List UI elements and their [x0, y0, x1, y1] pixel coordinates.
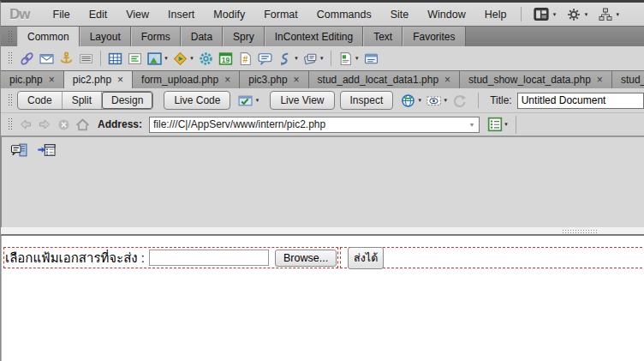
- menu-edit[interactable]: Edit: [80, 5, 117, 24]
- date-icon[interactable]: 19: [216, 49, 236, 68]
- split-view-button[interactable]: Split: [63, 92, 102, 109]
- goto-table-marker-icon[interactable]: [38, 142, 57, 158]
- stop-icon[interactable]: [55, 116, 72, 133]
- browse-button[interactable]: Browse...: [275, 250, 337, 267]
- doc-tab-label: pic.php: [9, 74, 43, 86]
- forward-icon[interactable]: [36, 116, 53, 133]
- refresh-icon[interactable]: [450, 91, 469, 110]
- insert-script-button[interactable]: ▼: [275, 49, 299, 68]
- chevron-down-icon: ▼: [189, 56, 194, 61]
- close-icon[interactable]: ×: [49, 75, 55, 85]
- insert-tab-layout[interactable]: Layout: [80, 27, 131, 46]
- toolbar-grip[interactable]: [8, 93, 13, 107]
- file-upload-input[interactable]: [149, 250, 269, 266]
- file-upload-label: เลือกแฟ้มเอกสารที่จะส่ง :: [5, 248, 145, 268]
- document-title-input[interactable]: [517, 93, 644, 109]
- chevron-down-icon: ▼: [164, 56, 169, 61]
- insert-tab-incontext-editing[interactable]: InContext Editing: [265, 27, 363, 46]
- address-input[interactable]: [150, 118, 465, 130]
- svg-text:#: #: [242, 53, 247, 63]
- insert-tab-forms[interactable]: Forms: [131, 27, 181, 46]
- insert-image-button[interactable]: ▼: [145, 49, 169, 68]
- menu-insert[interactable]: Insert: [158, 5, 204, 24]
- live-code-button[interactable]: Live Code: [164, 91, 230, 110]
- menu-commands[interactable]: Commands: [307, 5, 381, 24]
- visual-aids-button[interactable]: ▼: [424, 91, 448, 110]
- comment-icon[interactable]: [255, 49, 275, 68]
- design-view-button[interactable]: Design: [102, 92, 152, 109]
- templates-button[interactable]: ▼: [301, 49, 325, 68]
- insert-tab-spry[interactable]: Spry: [223, 27, 265, 46]
- insert-toolbar: ▼ ▼ 19 # ▼ ▼: [1, 46, 644, 70]
- menu-window[interactable]: Window: [418, 5, 474, 24]
- form-outline: [340, 247, 644, 268]
- check-browser-compatibility-button[interactable]: ▼: [236, 91, 259, 110]
- menu-view[interactable]: View: [116, 5, 158, 24]
- dreamweaver-logo: Dw: [9, 6, 30, 23]
- menu-help[interactable]: Help: [475, 5, 516, 24]
- email-link-icon[interactable]: [37, 49, 57, 68]
- insert-table-icon[interactable]: [105, 49, 125, 68]
- chevron-down-icon: ▼: [583, 12, 588, 17]
- site-tree-icon: [599, 8, 612, 21]
- widget-icon[interactable]: [196, 49, 216, 68]
- doc-tab-stud-show-locat-data-php[interactable]: stud_show_locat_data.php ×: [460, 71, 612, 88]
- toolbar-grip[interactable]: [8, 51, 13, 65]
- horizontal-rule-icon[interactable]: [76, 49, 96, 68]
- menu-separator: [521, 7, 522, 21]
- live-view-button[interactable]: Live View: [270, 91, 334, 110]
- tag-chooser-button[interactable]: ▼: [336, 49, 360, 68]
- close-icon[interactable]: ×: [597, 75, 603, 85]
- menu-format[interactable]: Format: [254, 5, 307, 24]
- close-icon[interactable]: ×: [117, 75, 123, 85]
- doc-tab-form-upload-php[interactable]: form_upload.php ×: [133, 71, 240, 88]
- doc-tab-pic2-php[interactable]: pic2.php ×: [64, 71, 133, 88]
- window-object-icon[interactable]: [361, 49, 381, 68]
- doc-tab-stud-add-locat-data1-php[interactable]: stud_add_locat_data1.php ×: [309, 71, 460, 88]
- workspace-layout-button[interactable]: ▼: [528, 6, 562, 22]
- splitter-grip-icon[interactable]: [562, 229, 598, 233]
- layout-icon: [534, 8, 549, 21]
- insert-tab-common[interactable]: Common: [17, 27, 80, 46]
- script-page-marker-icon[interactable]: [10, 142, 29, 158]
- menu-modify[interactable]: Modify: [204, 5, 254, 24]
- extend-dreamweaver-button[interactable]: ▼: [562, 6, 593, 23]
- insert-tab-data[interactable]: Data: [181, 27, 223, 46]
- submit-button[interactable]: ส่งได้: [348, 247, 384, 269]
- inspect-button[interactable]: Inspect: [340, 91, 394, 110]
- doc-tab-pic-php[interactable]: pic.php ×: [1, 71, 64, 88]
- back-icon[interactable]: [17, 116, 34, 133]
- insert-media-button[interactable]: ▼: [170, 49, 194, 68]
- code-view-button[interactable]: Code: [18, 92, 63, 109]
- preview-in-browser-button[interactable]: ▼: [398, 91, 422, 110]
- address-field: ▼: [149, 117, 480, 133]
- home-icon[interactable]: [74, 116, 91, 133]
- pane-splitter[interactable]: [1, 227, 644, 236]
- doc-tab-label: pic3.php: [248, 74, 287, 86]
- menu-file[interactable]: File: [44, 5, 80, 24]
- doc-tab-label: form_upload.php: [141, 74, 218, 86]
- eye-icon: [424, 91, 444, 110]
- design-view[interactable]: เลือกแฟ้มเอกสารที่จะส่ง : Browse... ส่งไ…: [1, 236, 644, 361]
- templates-icon: [301, 49, 320, 68]
- address-dropdown-icon[interactable]: ▼: [465, 122, 479, 128]
- hyperlink-icon[interactable]: [17, 49, 37, 68]
- named-anchor-icon[interactable]: [57, 49, 76, 68]
- file-management-button[interactable]: ▼: [485, 115, 509, 134]
- close-icon[interactable]: ×: [224, 75, 230, 85]
- doc-tab-pic3-php[interactable]: pic3.php ×: [240, 71, 308, 88]
- close-icon[interactable]: ×: [294, 75, 300, 85]
- chevron-down-icon: ▼: [615, 12, 620, 17]
- toolbar-grip[interactable]: [8, 30, 13, 44]
- menu-site[interactable]: Site: [381, 5, 419, 24]
- doc-tab-label: stud_show_locat_data.php: [468, 74, 591, 86]
- toolbar-grip[interactable]: [8, 117, 13, 131]
- insert-tab-text[interactable]: Text: [363, 27, 402, 46]
- site-menu-button[interactable]: ▼: [593, 6, 625, 23]
- insert-tab-favorites[interactable]: Favorites: [402, 27, 465, 46]
- insert-div-icon[interactable]: [125, 49, 145, 68]
- doc-tab-stud-show-st-truncated[interactable]: stud_show_st: [612, 71, 644, 88]
- chevron-down-icon: ▼: [443, 98, 448, 103]
- close-icon[interactable]: ×: [444, 75, 450, 85]
- server-side-include-icon[interactable]: #: [236, 49, 255, 68]
